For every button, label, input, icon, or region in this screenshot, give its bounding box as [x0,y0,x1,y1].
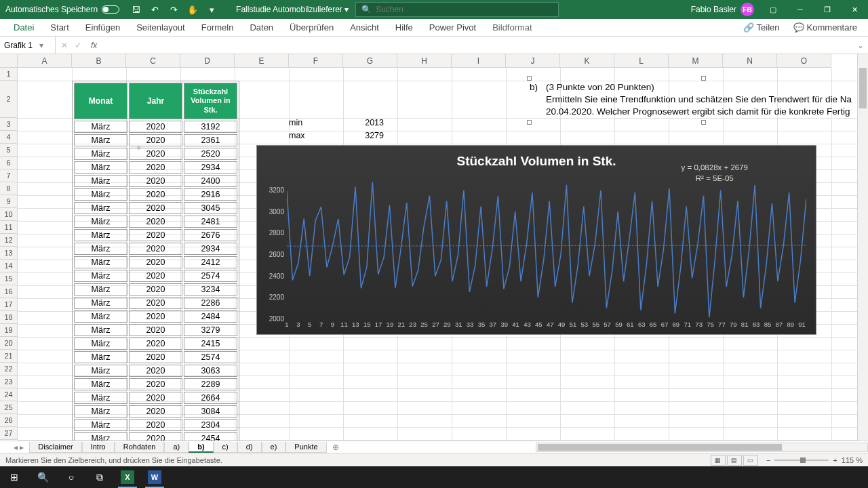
ribbon-tab-überprüfen[interactable]: Überprüfen [281,20,342,35]
column-header-K[interactable]: K [560,54,614,68]
row-header-18[interactable]: 18 [0,311,18,324]
column-header-B[interactable]: B [72,54,126,68]
table-row[interactable]: März20203084 [74,405,237,418]
cancel-formula-icon[interactable]: ✕ [61,41,68,50]
table-row[interactable]: März20202934 [74,243,237,255]
data-table[interactable]: Monat Jahr Stückzahl Volumen in Stk. Mär… [72,81,239,441]
column-header-F[interactable]: F [289,54,343,68]
search-taskbar-icon[interactable]: 🔍 [28,466,57,488]
ribbon-tab-datei[interactable]: Datei [5,20,42,35]
table-row[interactable]: März20202454 [74,432,237,441]
ribbon-tab-power pivot[interactable]: Power Pivot [421,20,484,35]
min-label[interactable]: min [289,118,343,131]
column-header-G[interactable]: G [343,54,397,68]
zoom-slider[interactable] [774,460,829,461]
row-header-10[interactable]: 10 [0,208,18,221]
share-button[interactable]: 🔗 Teilen [738,20,785,35]
ribbon-tab-einfügen[interactable]: Einfügen [77,20,128,35]
row-header-5[interactable]: 5 [0,144,18,157]
page-layout-view-icon[interactable]: ▤ [727,455,742,466]
row-header-27[interactable]: 27 [0,427,18,440]
table-row[interactable]: März20202415 [74,338,237,350]
formula-input[interactable] [102,41,853,50]
zoom-in-icon[interactable]: + [833,456,837,464]
start-button[interactable]: ⊞ [0,466,28,488]
row-header-19[interactable]: 19 [0,324,18,337]
ribbon-tab-ansicht[interactable]: Ansicht [342,20,387,35]
column-header-O[interactable]: O [777,54,831,68]
sheet-tab-rohdaten[interactable]: Rohdaten [115,442,165,453]
row-header-20[interactable]: 20 [0,337,18,350]
table-row[interactable]: März20203045 [74,202,237,214]
ribbon-tab-bildformat[interactable]: Bildformat [484,20,540,35]
search-box[interactable]: 🔍 [355,2,559,17]
chart-object[interactable]: Stückzahl Volumen in Stk. y = 0,0828x + … [256,145,816,335]
row-header-2[interactable]: 2 [0,81,18,118]
table-row[interactable]: März20203279 [74,324,237,336]
sheet-tab-intro[interactable]: Intro [82,442,115,453]
vertical-scrollbar[interactable] [857,54,868,441]
row-header-11[interactable]: 11 [0,221,18,234]
sheet-tab-b[interactable]: b) [189,442,213,453]
column-header-J[interactable]: J [506,54,560,68]
min-value[interactable]: 2013 [343,118,397,131]
ribbon-tab-start[interactable]: Start [42,20,77,35]
touch-mode-icon[interactable]: ✋ [187,4,198,15]
ribbon-tab-daten[interactable]: Daten [241,20,281,35]
autosave-control[interactable]: Automatisches Speichern [0,5,125,14]
search-input[interactable] [376,5,553,14]
table-row[interactable]: März20202916 [74,188,237,201]
column-headers[interactable]: ABCDEFGHIJKLMNO [18,54,857,68]
table-row[interactable]: März20203063 [74,365,237,377]
column-header-E[interactable]: E [235,54,289,68]
column-header-H[interactable]: H [397,54,452,68]
table-row[interactable]: März20202304 [74,419,237,431]
user-avatar[interactable]: FB [741,3,754,16]
header-year[interactable]: Jahr [129,83,182,119]
page-break-view-icon[interactable]: ▭ [743,455,758,466]
table-row[interactable]: März20203234 [74,283,237,296]
row-header-24[interactable]: 24 [0,388,18,401]
ribbon-tab-formeln[interactable]: Formeln [193,20,242,35]
row-header-23[interactable]: 23 [0,375,18,388]
column-header-M[interactable]: M [669,54,723,68]
autosave-toggle[interactable] [102,5,119,14]
name-box-input[interactable] [4,41,39,50]
zoom-control[interactable]: − + 115 % [766,456,863,464]
excel-taskbar-icon[interactable]: X [114,466,141,488]
redo-icon[interactable]: ↷ [168,4,179,15]
row-header-6[interactable]: 6 [0,157,18,169]
row-header-12[interactable]: 12 [0,234,18,247]
cells-area[interactable]: Monat Jahr Stückzahl Volumen in Stk. Mär… [18,68,857,441]
select-all-corner[interactable] [0,54,18,68]
column-header-D[interactable]: D [180,54,235,68]
ribbon-tab-hilfe[interactable]: Hilfe [387,20,421,35]
column-header-L[interactable]: L [614,54,669,68]
row-header-9[interactable]: 9 [0,195,18,208]
row-header-3[interactable]: 3 [0,118,18,131]
chart-plot-area[interactable]: 2000220024002600280030003200 13579111315… [287,180,806,318]
min-max-stats[interactable]: min2013 max3279 [289,118,397,144]
row-header-25[interactable]: 25 [0,401,18,414]
zoom-out-icon[interactable]: − [766,456,770,464]
minimize-icon[interactable]: ─ [787,0,814,19]
maximize-icon[interactable]: ❐ [814,0,841,19]
row-header-7[interactable]: 7 [0,169,18,182]
table-row[interactable]: März20202574 [74,270,237,282]
row-header-21[interactable]: 21 [0,350,18,363]
name-box[interactable]: ▾ [0,37,56,54]
row-header-8[interactable]: 8 [0,182,18,195]
table-row[interactable]: März20202676 [74,229,237,241]
sheet-tab-d[interactable]: d) [237,442,262,453]
qat-more-icon[interactable]: ▾ [206,4,217,15]
row-header-13[interactable]: 13 [0,247,18,260]
cortana-icon[interactable]: ○ [57,466,85,488]
task-textbox[interactable]: b) (3 Punkte von 20 Punkten) Ermitteln S… [530,79,868,122]
vertical-scrollbar-thumb[interactable] [859,68,867,108]
sheet-tab-a[interactable]: a) [164,442,189,453]
user-account[interactable]: Fabio Basler FB [686,3,760,16]
table-row[interactable]: März20202286 [74,297,237,309]
table-row[interactable]: März20202289 [74,378,237,390]
close-icon[interactable]: ✕ [841,0,868,19]
horizontal-scrollbar-thumb[interactable] [538,444,782,451]
